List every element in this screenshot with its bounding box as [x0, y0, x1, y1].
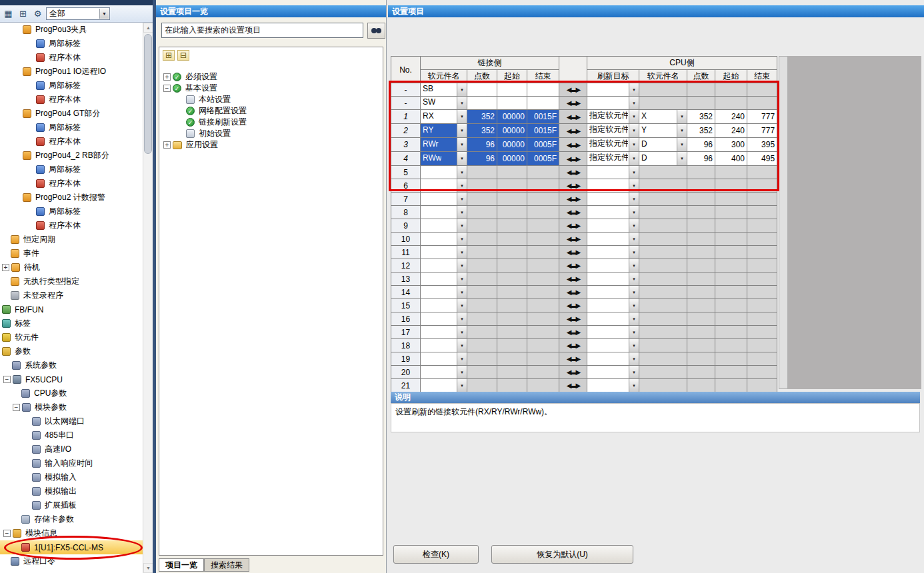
tree-item[interactable]: FB/FUN — [0, 302, 143, 316]
dropdown-arrow-icon[interactable]: ▼ — [677, 124, 687, 137]
tree-item[interactable]: 模拟输出 — [0, 484, 143, 498]
refresh-target-select[interactable]: ▼ — [587, 366, 639, 379]
refresh-target-select[interactable]: 指定软元件▼ — [587, 138, 639, 152]
collapse-all-icon[interactable]: ⊟ — [177, 50, 189, 61]
dropdown-arrow-icon[interactable]: ▼ — [629, 193, 639, 205]
tree-item[interactable]: 局部标签 — [0, 205, 143, 219]
tree-item[interactable]: +待机 — [0, 261, 143, 275]
collapse-box-icon[interactable]: − — [3, 376, 11, 383]
refresh-target-select[interactable]: ▼ — [587, 166, 639, 179]
cpu-end-cell[interactable]: 777 — [747, 110, 777, 124]
refresh-target-select[interactable]: ▼ — [587, 193, 639, 206]
refresh-target-select[interactable]: ▼ — [587, 379, 639, 392]
dropdown-arrow-icon[interactable]: ▼ — [457, 206, 467, 219]
dropdown-arrow-icon[interactable]: ▼ — [629, 206, 639, 219]
link-end-cell[interactable]: 0005F — [527, 152, 559, 166]
dropdown-arrow-icon[interactable]: ▼ — [457, 299, 467, 312]
scrollbar-thumb[interactable] — [144, 34, 152, 154]
tree-item[interactable]: CPU参数 — [0, 386, 143, 400]
cpu-end-cell[interactable]: 777 — [747, 124, 777, 138]
dropdown-arrow-icon[interactable]: ▼ — [629, 138, 639, 151]
tree-item[interactable]: 远程口令 — [0, 554, 143, 568]
link-start-cell[interactable] — [497, 97, 527, 110]
tree-filter-select[interactable]: 全部 ▼ — [46, 7, 110, 20]
dropdown-arrow-icon[interactable]: ▼ — [457, 152, 467, 165]
dropdown-arrow-icon[interactable]: ▼ — [99, 9, 109, 19]
tree-item[interactable]: +必须设置 — [162, 71, 381, 83]
link-device-select[interactable]: ▼ — [421, 299, 467, 312]
dropdown-arrow-icon[interactable]: ▼ — [629, 179, 639, 192]
tree-item[interactable]: +应用设置 — [162, 139, 381, 151]
tree-item[interactable]: ProgPou2 计数报警 — [0, 191, 143, 205]
tree-item[interactable]: 程序本体 — [0, 93, 143, 107]
tree-item[interactable]: 事件 — [0, 247, 143, 261]
refresh-target-select[interactable]: ▼ — [587, 246, 639, 259]
refresh-target-select[interactable]: ▼ — [587, 352, 639, 366]
expand-box-icon[interactable]: + — [163, 73, 171, 81]
link-device-select[interactable]: ▼ — [421, 339, 467, 352]
dropdown-arrow-icon[interactable]: ▼ — [629, 219, 639, 232]
link-pts-cell[interactable] — [467, 83, 497, 97]
refresh-target-select[interactable]: ▼ — [587, 206, 639, 219]
cpu-device-select[interactable]: Y▼ — [639, 124, 687, 138]
settings-gear-icon[interactable]: ⚙ — [31, 7, 44, 20]
tree-item[interactable]: 模拟输入 — [0, 470, 143, 484]
dropdown-arrow-icon[interactable]: ▼ — [457, 326, 467, 338]
dropdown-arrow-icon[interactable]: ▼ — [457, 166, 467, 179]
link-start-cell[interactable] — [497, 83, 527, 97]
dropdown-arrow-icon[interactable]: ▼ — [629, 233, 639, 245]
link-end-cell[interactable]: 0015F — [527, 110, 559, 124]
link-device-select[interactable]: ▼ — [421, 352, 467, 366]
link-start-cell[interactable]: 00000 — [497, 124, 527, 138]
refresh-target-select[interactable]: 指定软元件▼ — [587, 124, 639, 138]
tree-item[interactable]: 扩展插板 — [0, 498, 143, 512]
refresh-target-select[interactable]: 指定软元件▼ — [587, 152, 639, 166]
dropdown-arrow-icon[interactable]: ▼ — [677, 152, 687, 165]
dropdown-arrow-icon[interactable]: ▼ — [457, 273, 467, 285]
search-input[interactable] — [161, 23, 363, 38]
refresh-target-select[interactable]: ▼ — [587, 339, 639, 352]
dropdown-arrow-icon[interactable]: ▼ — [629, 97, 639, 109]
dropdown-arrow-icon[interactable]: ▼ — [457, 193, 467, 205]
dropdown-arrow-icon[interactable]: ▼ — [629, 246, 639, 259]
tree-item[interactable]: 标签 — [0, 316, 143, 330]
refresh-target-select[interactable]: ▼ — [587, 179, 639, 193]
tree-item[interactable]: 局部标签 — [0, 79, 143, 93]
refresh-target-select[interactable]: ▼ — [587, 273, 639, 286]
refresh-target-select[interactable]: ▼ — [587, 299, 639, 312]
dropdown-arrow-icon[interactable]: ▼ — [629, 259, 639, 272]
link-device-select[interactable]: ▼ — [421, 312, 467, 326]
scroll-down-icon[interactable]: ▼ — [143, 563, 153, 573]
tree-item[interactable]: ProgPou1 IO远程IO — [0, 65, 143, 79]
tree-item[interactable]: 恒定周期 — [0, 233, 143, 247]
tree-item[interactable]: 无执行类型指定 — [0, 275, 143, 288]
cpu-start-cell[interactable]: 300 — [715, 138, 747, 152]
cpu-pts-cell[interactable]: 352 — [687, 110, 715, 124]
dropdown-arrow-icon[interactable]: ▼ — [457, 219, 467, 232]
tree-item[interactable]: 链接刷新设置 — [162, 117, 381, 128]
link-device-select[interactable]: ▼ — [421, 193, 467, 206]
refresh-target-select[interactable]: ▼ — [587, 233, 639, 246]
refresh-target-select[interactable]: ▼ — [587, 286, 639, 299]
link-end-cell[interactable]: 0005F — [527, 138, 559, 152]
dropdown-arrow-icon[interactable]: ▼ — [677, 110, 687, 123]
tab-item-list[interactable]: 项目一览 — [159, 558, 204, 572]
restore-default-button[interactable]: 恢复为默认(U) — [491, 545, 633, 564]
tab-search-results[interactable]: 搜索结果 — [204, 558, 249, 572]
dropdown-arrow-icon[interactable]: ▼ — [457, 259, 467, 272]
tree-item[interactable]: −FX5UCPU — [0, 372, 143, 386]
link-device-select[interactable]: ▼ — [421, 366, 467, 379]
tree-item[interactable]: 初始设置 — [162, 128, 381, 139]
tree-display-icon[interactable]: ⊞ — [17, 7, 29, 20]
tree-item[interactable]: −基本设置 — [162, 83, 381, 94]
dropdown-arrow-icon[interactable]: ▼ — [457, 379, 467, 392]
tree-item[interactable]: 未登录程序 — [0, 288, 143, 302]
dropdown-arrow-icon[interactable]: ▼ — [457, 312, 467, 325]
link-device-select[interactable]: ▼ — [421, 273, 467, 286]
tree-item[interactable]: 输入响应时间 — [0, 456, 143, 470]
dropdown-arrow-icon[interactable]: ▼ — [457, 124, 467, 137]
tree-item[interactable]: 本站设置 — [162, 94, 381, 105]
tree-item[interactable]: 程序本体 — [0, 51, 143, 65]
check-button[interactable]: 检查(K) — [393, 545, 479, 564]
tree-item[interactable]: 以太网端口 — [0, 414, 143, 428]
